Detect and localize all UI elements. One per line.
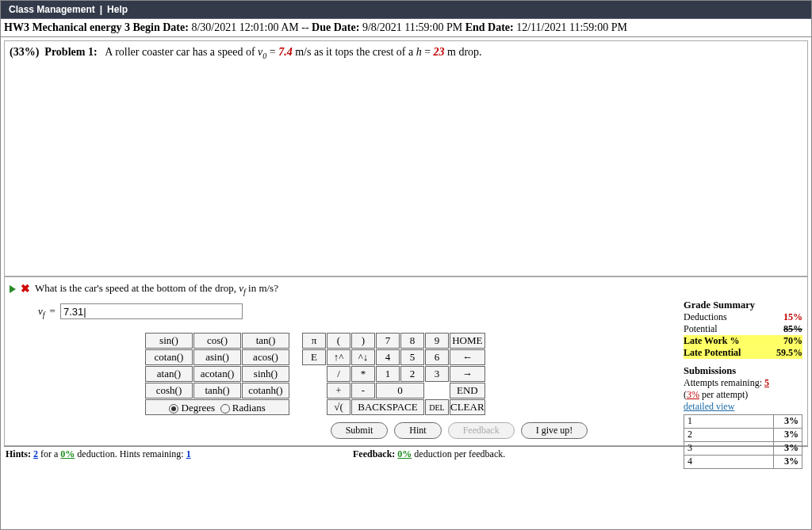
key-sin[interactable]: sin(): [145, 333, 193, 349]
key-3[interactable]: 3: [425, 366, 449, 382]
degrees-radio[interactable]: [169, 404, 178, 414]
question-line: ✖ What is the car's speed at the bottom …: [10, 282, 802, 296]
feedback-button: Feedback: [448, 422, 515, 439]
problem-text: (33%) Problem 1: A roller coaster car ha…: [8, 44, 804, 60]
feedback-deduction[interactable]: 0%: [397, 448, 412, 459]
radians-radio[interactable]: [220, 404, 230, 414]
potential-label: Potential: [684, 323, 718, 335]
key-sinh[interactable]: sinh(): [242, 366, 289, 382]
answer-input[interactable]: [60, 303, 243, 319]
deductions-label: Deductions: [684, 311, 727, 323]
key-home[interactable]: HOME: [450, 333, 485, 349]
question-text: What is the car's speed at the bottom of…: [35, 282, 278, 296]
key-2[interactable]: 2: [400, 366, 424, 382]
attempts-remaining-value[interactable]: 5: [764, 377, 769, 388]
key-8[interactable]: 8: [400, 333, 424, 349]
v0-var: v0: [258, 46, 266, 58]
h-value: 23: [434, 46, 445, 58]
key-0[interactable]: 0: [376, 383, 424, 398]
latework-value: 70%: [783, 335, 802, 347]
problem-figure-area: [8, 60, 804, 273]
v0-value: 7.4: [278, 46, 293, 58]
key-5[interactable]: 5: [400, 349, 424, 365]
hints-remaining[interactable]: 1: [186, 448, 191, 459]
key-e[interactable]: E: [302, 349, 326, 365]
key-6[interactable]: 6: [425, 349, 449, 365]
problem-label: Problem 1:: [44, 46, 97, 58]
key-blank: [302, 366, 326, 382]
incorrect-icon: ✖: [21, 282, 30, 296]
menu-separator: |: [100, 4, 102, 15]
problem-sentence-3: m drop.: [445, 46, 482, 58]
latepotential-label: Late Potential: [684, 347, 741, 359]
giveup-button[interactable]: I give up!: [521, 422, 588, 439]
key-left[interactable]: ←: [450, 349, 485, 365]
key-sqrt[interactable]: √(: [327, 399, 350, 415]
key-atan[interactable]: atan(): [145, 366, 193, 382]
begin-date-value: 8/30/2021 12:01:00 AM: [191, 21, 298, 33]
grade-sidebar: Grade Summary Deductions15% Potential85%…: [684, 296, 802, 469]
key-tan[interactable]: tan(): [242, 333, 289, 349]
assignment-header: HW3 Mechanical energy 3 Begin Date: 8/30…: [1, 19, 811, 37]
begin-date-label: Begin Date:: [133, 21, 189, 33]
key-lparen[interactable]: (: [327, 333, 350, 349]
hints-info: Hints: 2 for a 0% deduction. Hints remai…: [4, 448, 353, 460]
latework-label: Late Work %: [684, 335, 739, 347]
key-7[interactable]: 7: [376, 333, 400, 349]
key-del[interactable]: DEL: [425, 399, 449, 415]
problem-percent: (33%): [10, 46, 39, 58]
key-right[interactable]: →: [450, 366, 485, 382]
problem-sentence-2: m/s as it tops the crest of a: [293, 46, 416, 58]
class-management-link[interactable]: Class Management: [9, 4, 95, 15]
problem-block: (33%) Problem 1: A roller coaster car ha…: [4, 40, 808, 276]
function-keypad: sin() cos() tan() cotan() asin() acos() …: [144, 332, 290, 416]
key-pi[interactable]: π: [302, 333, 326, 349]
key-clear[interactable]: CLEAR: [450, 399, 485, 415]
deductions-value: 15%: [783, 311, 802, 323]
key-cosh[interactable]: cosh(): [145, 383, 193, 398]
problem-sentence-1: A roller coaster car has a speed of: [105, 46, 258, 58]
key-asin[interactable]: asin(): [193, 349, 241, 365]
h-var: h: [416, 46, 422, 58]
key-supup[interactable]: ↑^: [327, 349, 350, 365]
expand-icon[interactable]: [10, 285, 16, 293]
end-date-label: End Date:: [465, 21, 514, 33]
help-link[interactable]: Help: [107, 4, 128, 15]
key-blank3: [425, 383, 449, 398]
key-acotan[interactable]: acotan(): [193, 366, 241, 382]
table-row: 13%: [684, 414, 802, 428]
hint-button[interactable]: Hint: [394, 422, 441, 439]
key-plus[interactable]: +: [327, 383, 350, 398]
key-cotan[interactable]: cotan(): [145, 349, 193, 365]
grade-summary-title: Grade Summary: [684, 299, 802, 311]
key-4[interactable]: 4: [376, 349, 400, 365]
top-menu-bar: Class Management | Help: [1, 1, 811, 19]
angle-mode-radios: Degrees Radians: [146, 400, 289, 414]
due-date-value: 9/8/2021 11:59:00 PM: [362, 21, 462, 33]
potential-value: 85%: [783, 323, 802, 335]
date-separator: --: [301, 21, 308, 33]
key-acos[interactable]: acos(): [242, 349, 289, 365]
answer-eq: =: [50, 305, 56, 318]
key-supdown[interactable]: ^↓: [351, 349, 375, 365]
detailed-view-link[interactable]: detailed view: [684, 401, 802, 413]
key-rparen[interactable]: ): [351, 333, 375, 349]
key-mul[interactable]: *: [351, 366, 375, 382]
numeric-keypad: π ( ) 7 8 9 HOME E ↑^ ^↓ 4 5 6 ←: [301, 332, 486, 416]
key-end[interactable]: END: [450, 383, 485, 398]
table-row: 33%: [684, 441, 802, 455]
key-cotanh[interactable]: cotanh(): [242, 383, 289, 398]
end-date-value: 12/11/2021 11:59:00 PM: [516, 21, 627, 33]
key-minus[interactable]: -: [351, 383, 375, 398]
hints-deduction[interactable]: 0%: [60, 448, 75, 459]
key-backspace[interactable]: BACKSPACE: [351, 399, 424, 415]
feedback-info: Feedback: 0% deduction per feedback.: [353, 448, 505, 460]
v0-eq: =: [266, 46, 278, 58]
key-div[interactable]: /: [327, 366, 350, 382]
key-cos[interactable]: cos(): [193, 333, 241, 349]
submit-button[interactable]: Submit: [331, 422, 389, 439]
key-1[interactable]: 1: [376, 366, 400, 382]
key-tanh[interactable]: tanh(): [193, 383, 241, 398]
table-row: 23%: [684, 428, 802, 441]
key-9[interactable]: 9: [425, 333, 449, 349]
